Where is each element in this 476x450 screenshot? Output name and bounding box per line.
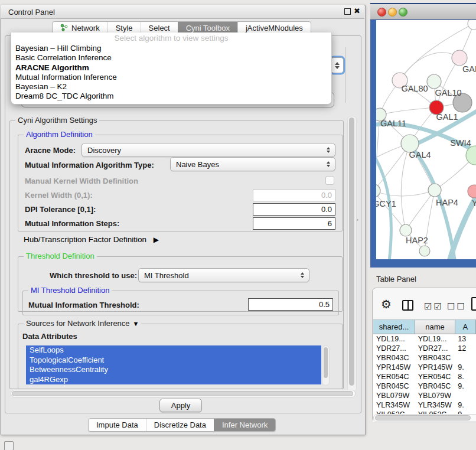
algorithm-option[interactable]: Dream8 DC_TDC Algorithm (11, 92, 331, 101)
algorithm-dropdown-placeholder: Select algorithm to view settings (11, 32, 331, 44)
table-row[interactable]: YLR345WYLR345W9. (373, 400, 476, 410)
table-row[interactable]: YBR045CYBR045C9. (373, 381, 476, 391)
table-header-row[interactable]: shared...nameA (373, 320, 476, 334)
table-cell[interactable]: YDR27... (415, 344, 455, 353)
table-cell[interactable]: YBR045C (415, 381, 455, 391)
table-cell[interactable]: YPR145W (415, 363, 455, 372)
data-attribute-item[interactable]: SelfLoops (26, 345, 321, 356)
unchecked-box-icon: ☐ (447, 301, 457, 311)
app-root: Control Panel ✖ Network Style Select Cyn… (0, 0, 476, 450)
dpi-tolerance-input[interactable] (253, 203, 335, 216)
settings-horizontal-scrollbar[interactable] (11, 390, 356, 397)
data-attributes-list[interactable]: SelfLoopsTopologicalCoefficientBetweenne… (26, 345, 321, 384)
table-cell[interactable]: YDR27... (373, 344, 415, 353)
select-all-checks-icon[interactable]: ☑☑ (424, 301, 444, 312)
panel-splitter-handle[interactable]: ‹ (357, 218, 360, 223)
minimize-traffic-light-icon[interactable] (388, 8, 397, 17)
tab-network-label: Network (71, 24, 100, 32)
table-cell[interactable]: 9. (455, 381, 475, 391)
table-cell[interactable]: 9. (455, 400, 475, 410)
mi-threshold-input[interactable] (248, 298, 333, 311)
mi-type-combo[interactable]: Naive Bayes (170, 157, 335, 171)
tab-select-label: Select (149, 24, 170, 32)
mi-threshold-label: Mutual Information Threshold: (28, 301, 139, 309)
apply-button[interactable]: Apply (159, 399, 202, 412)
network-node[interactable] (428, 184, 441, 197)
collapse-triangle-icon[interactable]: ▼ (133, 320, 139, 327)
network-node[interactable] (376, 184, 380, 197)
table-column-header[interactable]: shared... (373, 320, 415, 334)
table-cell[interactable]: 13 (455, 334, 475, 344)
zoom-traffic-light-icon[interactable] (399, 8, 407, 17)
network-node[interactable] (468, 20, 476, 30)
kernel-width-input[interactable] (253, 189, 335, 201)
manual-kernel-checkbox[interactable] (325, 176, 334, 185)
table-cell[interactable]: YER054C (373, 372, 415, 381)
table-cell[interactable]: 8. (455, 372, 475, 381)
table-cell[interactable]: YDL19... (415, 334, 455, 344)
table-cell[interactable]: YBL079W (415, 391, 455, 400)
network-node[interactable] (452, 50, 467, 66)
table-cell[interactable]: YER054C (415, 372, 455, 381)
settings-vertical-scrollbar[interactable] (347, 116, 357, 392)
control-panel-titlebar[interactable] (1, 5, 364, 19)
close-traffic-light-icon[interactable] (377, 8, 386, 17)
table-cell[interactable]: YBR043C (415, 353, 455, 363)
algorithm-option[interactable]: Basic Correlation Inference (11, 53, 331, 63)
table-cell[interactable]: YPR145W (373, 363, 415, 372)
network-canvas[interactable]: GALGAL80GAL10GAL1GAL11SWI4GAL4GCY1HAP4YH… (376, 20, 476, 259)
table-row[interactable]: YPR145WYPR145W9. (373, 363, 476, 372)
table-cell[interactable]: YBL079W (373, 391, 415, 400)
table-cell[interactable] (455, 353, 475, 363)
attributes-list-scrollbar[interactable] (322, 345, 330, 386)
data-attribute-item[interactable]: gal4RGexp (26, 375, 321, 385)
tab-discretize-data[interactable]: Discretize Data (146, 419, 214, 431)
which-threshold-value: MI Threshold (139, 271, 297, 280)
table-row[interactable]: YDR27...YDR27...12 (373, 344, 476, 353)
export-table-icon[interactable] (471, 297, 476, 311)
algorithm-combo-spinner[interactable] (331, 57, 344, 73)
close-icon[interactable]: ✖ (354, 6, 360, 15)
hub-definition-expander[interactable]: Hub/Transcription Factor Definition ▶ (24, 235, 159, 244)
network-window-titlebar[interactable] (370, 4, 476, 19)
tab-impute-data[interactable]: Impute Data (89, 419, 146, 431)
node-attribute-table[interactable]: shared...nameA YDL19...YDL19...13YDR27..… (373, 319, 476, 419)
algorithm-option[interactable]: Bayesian – Hill Climbing (11, 44, 331, 53)
aracne-mode-combo[interactable]: Discovery (81, 143, 335, 157)
collapsed-panel-icon[interactable] (4, 441, 14, 450)
table-cell[interactable]: YBR045C (373, 381, 415, 391)
table-column-header[interactable]: A (455, 320, 475, 334)
algorithm-option[interactable]: ARACNE Algorithm (11, 63, 331, 73)
table-cell[interactable]: YBR043C (373, 353, 415, 363)
table-column-header[interactable]: name (415, 320, 455, 334)
float-window-icon[interactable] (344, 8, 351, 15)
table-row[interactable]: YER054CYER054C8. (373, 372, 476, 381)
table-cell[interactable]: YDL19... (373, 334, 415, 344)
threshold-definition-title: Threshold Definition (24, 252, 97, 260)
table-cell[interactable]: YLR345W (415, 400, 455, 410)
network-node[interactable] (468, 185, 476, 198)
algorithm-option[interactable]: Bayesian – K2 (11, 82, 331, 92)
table-row[interactable]: YBL079WYBL079W (373, 391, 476, 400)
table-cell[interactable]: YLR345W (373, 400, 415, 410)
network-node-label: GAL4 (409, 150, 431, 159)
network-node[interactable] (427, 74, 441, 89)
table-cell[interactable]: 12 (455, 344, 475, 353)
network-node-label: HAP4 (436, 198, 458, 207)
table-cell[interactable] (455, 391, 475, 400)
deselect-all-checks-icon[interactable]: ☐☐ (447, 301, 467, 312)
algorithm-option[interactable]: Mutual Information Inference (11, 73, 331, 82)
show-columns-icon[interactable] (402, 300, 413, 311)
network-node[interactable] (400, 224, 412, 236)
data-attribute-item[interactable]: TopologicalCoefficient (26, 356, 321, 366)
table-row[interactable]: YDL19...YDL19...13 (373, 334, 476, 344)
which-threshold-combo[interactable]: MI Threshold (138, 268, 309, 282)
table-cell[interactable]: 9. (455, 363, 475, 372)
table-row[interactable]: YBR043CYBR043C (373, 353, 476, 363)
network-node[interactable] (419, 246, 430, 256)
gear-icon[interactable]: ⚙ (381, 298, 392, 311)
algorithm-dropdown-items: Bayesian – Hill ClimbingBasic Correlatio… (11, 44, 331, 102)
data-attribute-item[interactable]: BetweennessCentrality (26, 365, 321, 375)
tab-infer-network[interactable]: Infer Network (214, 419, 275, 431)
mi-steps-input[interactable] (253, 217, 335, 230)
